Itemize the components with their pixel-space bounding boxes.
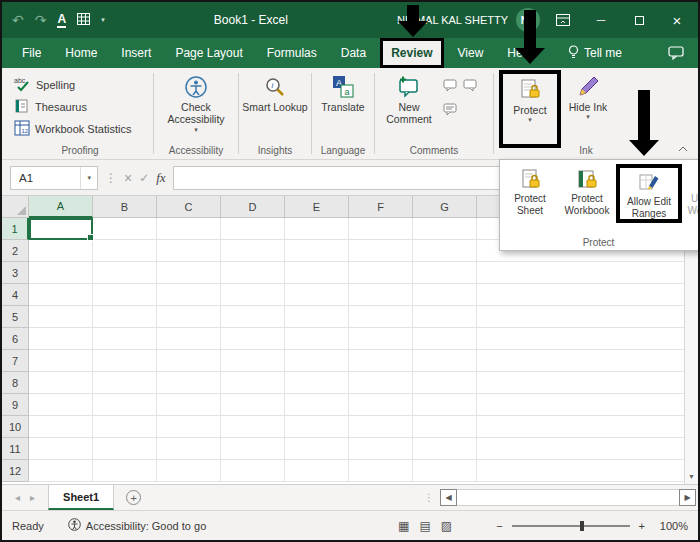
cell-A3[interactable] — [29, 262, 93, 284]
row-header-7[interactable]: 7 — [2, 350, 29, 372]
page-break-view-icon[interactable]: ▨ — [441, 519, 452, 533]
cell-F6[interactable] — [349, 328, 413, 350]
cell-G4[interactable] — [413, 284, 477, 306]
cell-C7[interactable] — [157, 350, 221, 372]
cell-B1[interactable] — [93, 218, 157, 240]
cell-E10[interactable] — [285, 416, 349, 438]
cell-A11[interactable] — [29, 438, 93, 460]
cell-G5[interactable] — [413, 306, 477, 328]
cell-B5[interactable] — [93, 306, 157, 328]
cell-D11[interactable] — [221, 438, 285, 460]
redo-icon[interactable]: ↷ — [35, 13, 47, 27]
cell-G12[interactable] — [413, 460, 477, 482]
cell-F10[interactable] — [349, 416, 413, 438]
cell-F4[interactable] — [349, 284, 413, 306]
cell-A12[interactable] — [29, 460, 93, 482]
cell-B12[interactable] — [93, 460, 157, 482]
cell-G3[interactable] — [413, 262, 477, 284]
cell-E3[interactable] — [285, 262, 349, 284]
cell-C3[interactable] — [157, 262, 221, 284]
row-header-8[interactable]: 8 — [2, 372, 29, 394]
scroll-left-icon[interactable]: ◀ — [440, 489, 457, 506]
row-header-9[interactable]: 9 — [2, 394, 29, 416]
previous-comment-icon[interactable] — [443, 78, 458, 96]
avatar[interactable]: NK — [516, 8, 540, 32]
tab-review[interactable]: Review — [380, 38, 443, 68]
cell-E11[interactable] — [285, 438, 349, 460]
cell-C12[interactable] — [157, 460, 221, 482]
cell-F3[interactable] — [349, 262, 413, 284]
tab-home[interactable]: Home — [55, 38, 107, 68]
cancel-entry-icon[interactable]: × — [124, 170, 132, 186]
cell-B11[interactable] — [93, 438, 157, 460]
cell-E12[interactable] — [285, 460, 349, 482]
cell-G8[interactable] — [413, 372, 477, 394]
zoom-out-icon[interactable]: − — [496, 520, 502, 532]
cell-D10[interactable] — [221, 416, 285, 438]
cell-D8[interactable] — [221, 372, 285, 394]
insert-function-button[interactable]: fx — [156, 170, 165, 186]
row-header-12[interactable]: 12 — [2, 460, 29, 482]
cell-B3[interactable] — [93, 262, 157, 284]
cell-F12[interactable] — [349, 460, 413, 482]
cell-E1[interactable] — [285, 218, 349, 240]
page-layout-view-icon[interactable]: ▤ — [419, 519, 430, 533]
table-icon[interactable] — [77, 11, 90, 29]
cell-D6[interactable] — [221, 328, 285, 350]
scroll-right-icon[interactable]: ▶ — [679, 489, 696, 506]
row-header-3[interactable]: 3 — [2, 262, 29, 284]
tell-me-box[interactable]: Tell me — [568, 38, 622, 68]
row-header-11[interactable]: 11 — [2, 438, 29, 460]
cell-F9[interactable] — [349, 394, 413, 416]
close-button[interactable]: × — [662, 2, 692, 38]
cell-D2[interactable] — [221, 240, 285, 262]
cell-G2[interactable] — [413, 240, 477, 262]
thesaurus-button[interactable]: Thesaurus — [10, 98, 135, 116]
row-header-5[interactable]: 5 — [2, 306, 29, 328]
cell-B2[interactable] — [93, 240, 157, 262]
cell-C10[interactable] — [157, 416, 221, 438]
tab-file[interactable]: File — [12, 38, 51, 68]
cell-D4[interactable] — [221, 284, 285, 306]
cell-D7[interactable] — [221, 350, 285, 372]
cell-B4[interactable] — [93, 284, 157, 306]
cell-E2[interactable] — [285, 240, 349, 262]
menu-item-unshare-workbook[interactable]: Unshare Workbook — [682, 164, 700, 216]
workbook-statistics-button[interactable]: 12 Workbook Statistics — [10, 120, 135, 138]
cell-C6[interactable] — [157, 328, 221, 350]
cell-E5[interactable] — [285, 306, 349, 328]
hide-ink-button[interactable]: Hide Ink ▾ — [565, 68, 611, 122]
row-header-2[interactable]: 2 — [2, 240, 29, 262]
cell-G10[interactable] — [413, 416, 477, 438]
row-header-6[interactable]: 6 — [2, 328, 29, 350]
tab-formulas[interactable]: Formulas — [257, 38, 327, 68]
cell-A2[interactable] — [29, 240, 93, 262]
cell-G6[interactable] — [413, 328, 477, 350]
sheet-nav-right-icon[interactable]: ▸ — [25, 492, 40, 503]
spelling-button[interactable]: abc Spelling — [10, 76, 135, 94]
tab-page-layout[interactable]: Page Layout — [165, 38, 252, 68]
cell-A8[interactable] — [29, 372, 93, 394]
tab-insert[interactable]: Insert — [111, 38, 161, 68]
comments-pane-icon[interactable] — [668, 38, 684, 68]
tab-help[interactable]: Help — [497, 38, 542, 68]
column-header-E[interactable]: E — [285, 196, 349, 218]
cell-E4[interactable] — [285, 284, 349, 306]
cell-A9[interactable] — [29, 394, 93, 416]
horizontal-scroll-track[interactable] — [457, 489, 679, 506]
undo-icon[interactable]: ↶ — [12, 13, 24, 27]
horizontal-scrollbar[interactable]: ⋮ ◀ ▶ — [424, 489, 696, 506]
cell-D1[interactable] — [221, 218, 285, 240]
new-sheet-button[interactable]: + — [126, 490, 141, 505]
cell-E6[interactable] — [285, 328, 349, 350]
zoom-in-icon[interactable]: + — [639, 520, 645, 532]
cell-B9[interactable] — [93, 394, 157, 416]
underline-icon[interactable]: A — [57, 13, 66, 28]
column-header-G[interactable]: G — [413, 196, 477, 218]
sheet-nav-left-icon[interactable]: ◂ — [10, 492, 25, 503]
cell-C11[interactable] — [157, 438, 221, 460]
translate-button[interactable]: Aa Translate — [315, 68, 371, 113]
cell-G9[interactable] — [413, 394, 477, 416]
protect-button[interactable]: Protect ▾ — [499, 70, 561, 148]
cell-C1[interactable] — [157, 218, 221, 240]
